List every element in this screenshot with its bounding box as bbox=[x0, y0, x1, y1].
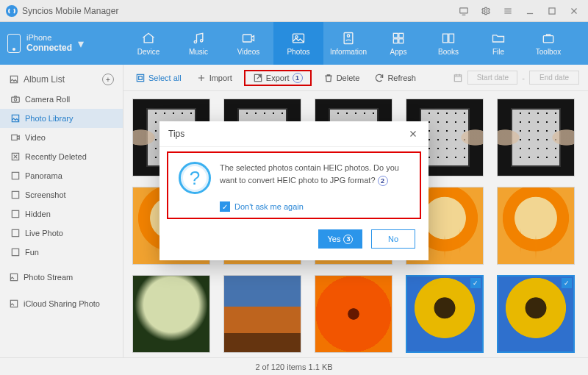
yes-label: Yes bbox=[328, 235, 341, 243]
modal-overlay: Tips ? The selected photos contain HEIC … bbox=[0, 0, 588, 375]
checkbox-checked-icon: ✓ bbox=[220, 201, 230, 212]
close-icon[interactable] bbox=[406, 127, 420, 140]
dont-ask-checkbox[interactable]: ✓ Don't ask me again bbox=[220, 201, 409, 212]
yes-button[interactable]: Yes3 bbox=[318, 229, 362, 249]
tips-dialog: Tips ? The selected photos contain HEIC … bbox=[159, 121, 429, 260]
callout-badge-2: 2 bbox=[378, 176, 388, 186]
checkbox-label: Don't ask me again bbox=[234, 202, 304, 211]
no-button[interactable]: No bbox=[371, 229, 415, 249]
modal-title: Tips bbox=[168, 129, 184, 139]
no-label: No bbox=[388, 235, 398, 243]
question-icon: ? bbox=[179, 162, 211, 194]
callout-badge-3: 3 bbox=[343, 235, 353, 244]
modal-message: The selected photos contain HEIC photos.… bbox=[220, 163, 399, 185]
